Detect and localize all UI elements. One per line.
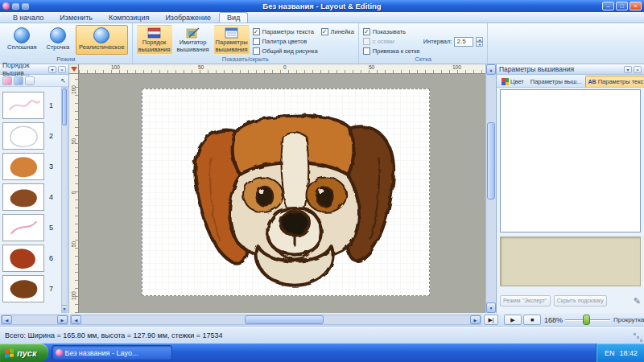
checkbox-grid-show-box[interactable]: ✓ bbox=[363, 28, 370, 35]
stitch-order-button[interactable]: Порядок вышивания bbox=[137, 25, 172, 55]
resize-grip[interactable] bbox=[634, 333, 636, 335]
dog-eye-highlight-left bbox=[259, 189, 264, 194]
canvas-scroll-right-icon[interactable]: ▶ bbox=[470, 315, 481, 324]
order-view-icon-3[interactable] bbox=[25, 76, 35, 85]
color-palette-icon bbox=[502, 78, 509, 85]
tab-composition[interactable]: Композиция bbox=[101, 12, 157, 23]
order-list-scrollbar[interactable]: ▼ bbox=[61, 87, 68, 313]
checkbox-grid-show[interactable]: ✓Показывать bbox=[363, 28, 420, 35]
select-cursor-icon[interactable]: ↖ bbox=[60, 77, 66, 84]
scroll-down-icon[interactable]: ▼ bbox=[486, 302, 496, 313]
checkbox-grid-snap-box[interactable] bbox=[363, 47, 370, 55]
dog-eye-right bbox=[316, 187, 333, 207]
tab-home[interactable]: В начало bbox=[5, 12, 52, 23]
stitch-step-1[interactable]: 1 bbox=[2, 90, 59, 121]
canvas-vscroll-thumb[interactable] bbox=[487, 122, 495, 200]
spinner-down-icon[interactable]: ▼ bbox=[476, 42, 483, 47]
stitch-order-panel-header: Порядок вышив... ▾ × bbox=[0, 64, 68, 75]
stitch-order-panel-title: Порядок вышив... bbox=[2, 61, 48, 77]
checkbox-grid-axes-box[interactable] bbox=[363, 38, 370, 45]
sewing-parameters-panel: Параметры вышивания ▾ × Цвет Параметры в… bbox=[496, 64, 644, 313]
stitch-order-panel: Порядок вышив... ▾ × ↖ 1 2 3 4 5 6 7 bbox=[0, 64, 69, 313]
stitch-step-5[interactable]: 5 bbox=[2, 212, 59, 243]
checkbox-text-parameters[interactable]: ✓Параметры текста bbox=[253, 28, 318, 35]
embroidery-dog-svg[interactable] bbox=[163, 92, 423, 291]
clock: 18:42 bbox=[619, 349, 638, 357]
hide-hint-button[interactable]: Скрыть подсказку bbox=[554, 295, 607, 306]
play-button[interactable]: ▶ bbox=[504, 315, 522, 325]
checkbox-ruler-box[interactable]: ✓ bbox=[321, 28, 328, 35]
tab-color[interactable]: Цвет bbox=[498, 76, 527, 87]
stitch-simulator-button[interactable]: Имитатор вышивания bbox=[175, 25, 211, 55]
checkbox-overview-box[interactable] bbox=[253, 47, 260, 55]
checkbox-grid-axes[interactable]: с осями bbox=[363, 38, 420, 45]
dog-blaze bbox=[281, 133, 308, 212]
design-page[interactable] bbox=[142, 88, 430, 296]
panel-close-icon[interactable]: × bbox=[58, 66, 66, 73]
canvas-vertical-scrollbar[interactable]: ▲ ▼ bbox=[485, 64, 496, 313]
horizontal-ruler: 100 50 0 50 100 bbox=[79, 64, 485, 74]
panel-pin-icon[interactable]: ▾ bbox=[48, 66, 56, 73]
solid-view-button[interactable]: Сплошная bbox=[4, 25, 40, 55]
start-button[interactable]: пуск bbox=[0, 343, 48, 362]
tab-text-parameters[interactable]: ABПараметры текста bbox=[585, 76, 644, 87]
scroll-playback-row: ◀ ▶ ◀ ▶ ▶| ▶ ■ 168% Прокрутка bbox=[0, 313, 644, 327]
grid-interval-spinner[interactable]: ▲▼ bbox=[476, 37, 483, 47]
canvas-horizontal-scrollbar[interactable]: ◀ ▶ bbox=[70, 315, 481, 325]
stitch-step-4[interactable]: 4 bbox=[2, 182, 59, 212]
checkbox-grid-snap[interactable]: Привязка к сетке bbox=[363, 47, 420, 55]
expert-mode-button[interactable]: Режим "Эксперт" bbox=[500, 295, 551, 306]
stitch-step-2[interactable]: 2 bbox=[2, 121, 59, 151]
taskbar-task-button[interactable]: Без названия - Layo... bbox=[52, 345, 172, 360]
order-scroll-left-icon[interactable]: ◀ bbox=[2, 315, 12, 324]
checkbox-color-palette-box[interactable] bbox=[253, 38, 260, 45]
stitch-step-7[interactable]: 7 bbox=[2, 274, 59, 304]
group-label-show-hide: Показать/скрыть bbox=[133, 56, 358, 64]
order-scroll-right-icon[interactable]: ▶ bbox=[57, 315, 68, 324]
scroll-up-icon[interactable]: ▲ bbox=[486, 64, 496, 75]
panel-pin-icon-2[interactable]: ▾ bbox=[624, 66, 632, 73]
order-view-icon-2[interactable] bbox=[14, 76, 23, 85]
zoom-slider-thumb[interactable] bbox=[583, 315, 590, 325]
checkbox-text-parameters-box[interactable]: ✓ bbox=[253, 28, 260, 35]
tab-image[interactable]: Изображение bbox=[157, 12, 219, 23]
ribbon: Сплошная Строчка Реалистическое Режим По… bbox=[0, 23, 644, 64]
canvas-hscroll-thumb[interactable] bbox=[245, 315, 324, 324]
design-workspace[interactable] bbox=[79, 74, 485, 313]
stitch-step-3[interactable]: 3 bbox=[2, 151, 59, 182]
canvas-scroll-left-icon[interactable]: ◀ bbox=[71, 315, 81, 324]
panel-close-icon-2[interactable]: × bbox=[634, 66, 642, 73]
order-list-scroll-thumb[interactable] bbox=[62, 88, 67, 125]
window-title: Без названия - Layout & Editing bbox=[0, 2, 644, 10]
stitch-parameters-button[interactable]: Параметры вышивания bbox=[214, 25, 250, 55]
checkbox-ruler[interactable]: ✓Линейка bbox=[321, 28, 354, 35]
status-bar: Всего: Ширина = 165.80 мм, высота = 127.… bbox=[0, 327, 644, 343]
skip-to-end-button[interactable]: ▶| bbox=[484, 315, 498, 325]
stitch-view-button[interactable]: Строчка bbox=[43, 25, 73, 55]
stop-button[interactable]: ■ bbox=[523, 315, 541, 325]
maximize-button[interactable]: □ bbox=[616, 2, 628, 10]
order-list-scroll-down-icon[interactable]: ▼ bbox=[62, 305, 67, 312]
hint-preview-area bbox=[500, 237, 641, 286]
minimize-button[interactable]: – bbox=[602, 2, 614, 10]
task-app-icon bbox=[56, 349, 63, 356]
checkbox-color-palette[interactable]: Палитра цветов bbox=[253, 38, 318, 45]
parameters-list-area[interactable] bbox=[500, 89, 641, 232]
zoom-slider[interactable] bbox=[565, 315, 610, 325]
checkbox-overview[interactable]: Общий вид рисунка bbox=[253, 47, 318, 55]
realistic-view-button[interactable]: Реалистическое bbox=[76, 25, 128, 55]
order-view-icon-1[interactable] bbox=[2, 76, 12, 85]
system-tray: EN 18:42 bbox=[596, 343, 644, 362]
tab-view[interactable]: Вид bbox=[219, 12, 248, 23]
edit-pencil-icon[interactable]: ✎ bbox=[634, 296, 641, 306]
vertical-ruler: 100 50 0 50 100 bbox=[69, 74, 79, 313]
tab-edit[interactable]: Изменить bbox=[52, 12, 101, 23]
order-panel-hscrollbar[interactable]: ◀ ▶ bbox=[1, 315, 68, 325]
stitch-order-icon bbox=[147, 27, 161, 39]
status-text: Всего: Ширина = 165.80 мм, высота = 127.… bbox=[5, 331, 223, 339]
stitch-step-6[interactable]: 6 bbox=[2, 243, 59, 274]
language-indicator[interactable]: EN bbox=[605, 349, 615, 357]
tab-sewing-parameters[interactable]: Параметры выш... bbox=[527, 76, 585, 87]
grid-interval-input[interactable]: 2.5 bbox=[454, 37, 473, 47]
close-button[interactable]: × bbox=[630, 2, 642, 10]
